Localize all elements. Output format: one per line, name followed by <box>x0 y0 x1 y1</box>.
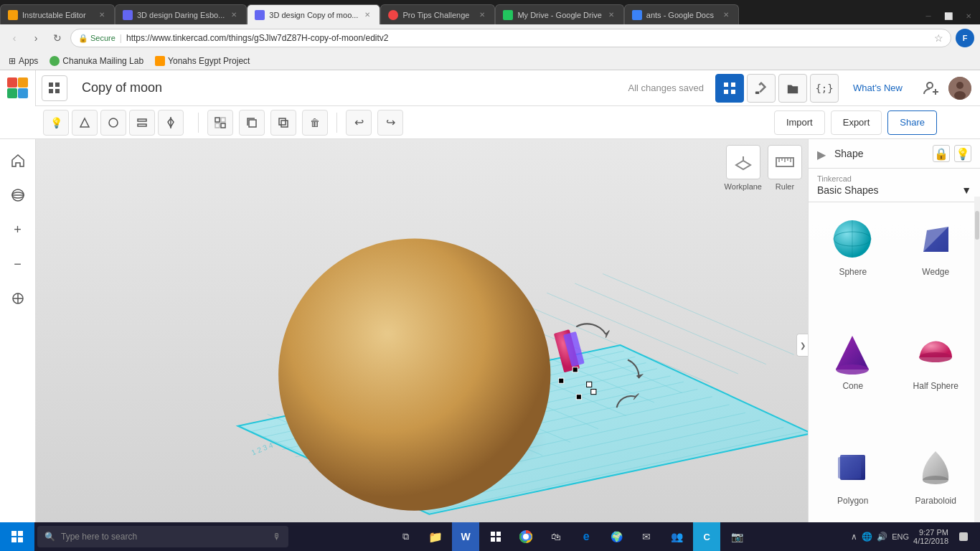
bookmark-star-icon[interactable]: ☆ <box>934 32 943 44</box>
network-icon[interactable]: 🌐 <box>862 532 872 542</box>
refresh-btn[interactable]: ↻ <box>49 29 66 47</box>
shape-item-sphere[interactable]: Sphere <box>814 208 892 316</box>
panel-collapse-btn[interactable]: ❯ <box>796 334 808 357</box>
svg-rect-97 <box>496 537 501 542</box>
align-tool-btn[interactable] <box>129 110 155 136</box>
store-btn[interactable]: 🛍 <box>542 522 570 551</box>
svg-marker-84 <box>836 336 869 369</box>
address-bar[interactable]: 🔒 Secure | https://www.tinkercad.com/thi… <box>70 29 951 47</box>
bookmark-chanuka[interactable]: Chanuka Mailing Lab <box>47 55 146 67</box>
bookmark-yonahs[interactable]: Yonahs Egypt Project <box>152 55 253 67</box>
category-select-dropdown[interactable]: Basic Shapes ▼ <box>817 184 971 196</box>
profile-btn[interactable]: F <box>956 29 974 47</box>
svg-point-13 <box>956 82 963 89</box>
tinkercad-logo[interactable] <box>0 70 36 106</box>
grid-view-btn[interactable] <box>715 74 744 103</box>
file-explorer-btn[interactable]: 📁 <box>422 522 449 551</box>
maps-btn[interactable]: 🌍 <box>603 522 630 551</box>
code-btn[interactable]: {;} <box>810 74 839 103</box>
notification-btn[interactable] <box>953 522 974 551</box>
start-btn[interactable] <box>0 522 34 551</box>
tab-close-icon[interactable]: ✕ <box>362 10 372 20</box>
tab-close-icon[interactable]: ✕ <box>721 10 731 20</box>
round-tool-btn[interactable] <box>100 110 126 136</box>
tab-close-icon[interactable]: ✕ <box>606 10 616 20</box>
voice-input-icon[interactable]: 🎙 <box>273 532 281 542</box>
shape-item-cone[interactable]: Cone <box>814 322 892 430</box>
view-toggle-btn[interactable] <box>42 75 67 101</box>
photos-btn[interactable]: 📷 <box>723 522 750 551</box>
viewport[interactable]: 1 2 3 4 Workplane <box>36 139 980 551</box>
tab-drive[interactable]: My Drive - Google Drive ✕ <box>495 4 623 24</box>
workplane-btn[interactable]: Workplane <box>725 145 762 191</box>
user-avatar[interactable] <box>948 77 971 100</box>
tab-favicon <box>388 10 398 20</box>
zoom-in-btn[interactable]: + <box>5 217 31 242</box>
back-btn[interactable]: ‹ <box>6 29 23 47</box>
chrome-btn[interactable] <box>512 522 540 551</box>
visibility-icon[interactable]: 💡 <box>954 145 971 162</box>
group-btn[interactable] <box>207 110 233 136</box>
taskbar-search[interactable]: 🔍 Type here to search 🎙 <box>37 526 288 547</box>
svg-rect-24 <box>279 118 286 125</box>
expand-tray-icon[interactable]: ∧ <box>851 532 857 542</box>
svg-rect-20 <box>221 123 225 128</box>
mirror-tool-btn[interactable] <box>158 110 184 136</box>
forward-btn[interactable]: › <box>27 29 44 47</box>
share-btn[interactable]: Share <box>887 110 937 135</box>
svg-rect-23 <box>249 120 256 127</box>
svg-rect-21 <box>215 123 220 128</box>
shape-item-wedge[interactable]: Wedge <box>897 208 975 316</box>
ruler-btn[interactable]: Ruler <box>768 145 802 191</box>
svg-rect-69 <box>591 390 596 395</box>
people-btn[interactable]: 👥 <box>663 522 690 551</box>
tinkercad-app: Copy of moon All changes saved <box>0 70 980 551</box>
redo-btn[interactable]: ↪ <box>377 110 403 136</box>
cisco-btn[interactable]: C <box>693 522 720 551</box>
minimize-btn[interactable]: ─ <box>920 7 937 24</box>
apps-grid-btn[interactable] <box>482 522 509 551</box>
home-view-btn[interactable] <box>5 148 31 174</box>
files-btn[interactable] <box>778 74 807 103</box>
tab-close-icon[interactable]: ✕ <box>97 10 107 20</box>
mail-btn[interactable]: ✉ <box>633 522 660 551</box>
left-panel: + − <box>0 139 36 551</box>
shape-scrollbar[interactable]: ▼ <box>974 197 980 551</box>
tab-3d-daring[interactable]: 3D design Daring Esbo... ✕ <box>115 4 247 24</box>
svg-point-89 <box>923 476 948 484</box>
task-view-btn[interactable]: ⧉ <box>392 522 419 551</box>
add-user-icon[interactable] <box>920 77 943 100</box>
whats-new-btn[interactable]: What's New <box>844 75 911 101</box>
maximize-btn[interactable]: ⬜ <box>940 7 957 24</box>
tab-pro-tips[interactable]: Pro Tips Challenge ✕ <box>380 4 495 24</box>
close-window-btn[interactable]: ✕ <box>960 7 977 24</box>
svg-point-9 <box>927 83 933 88</box>
bookmark-apps[interactable]: ⊞ Apps <box>6 55 41 67</box>
duplicate-btn[interactable] <box>270 110 296 136</box>
word-btn[interactable]: W <box>452 522 479 551</box>
lock-icon[interactable]: 🔒 <box>933 145 950 162</box>
edge-btn[interactable]: e <box>573 522 600 551</box>
tab-docs[interactable]: ants - Google Docs ✕ <box>624 4 739 24</box>
shape-item-half-sphere[interactable]: Half Sphere <box>897 322 975 430</box>
shape-panel: ▶ Shape 🔒 💡 Tinkercad Basic Shapes ▼ <box>808 139 980 551</box>
undo-btn[interactable]: ↩ <box>346 110 372 136</box>
light-btn[interactable]: 💡 <box>43 110 69 136</box>
copy-btn[interactable] <box>239 110 265 136</box>
delete-btn[interactable]: 🗑 <box>302 110 328 136</box>
export-btn[interactable]: Export <box>831 110 882 135</box>
rotate-view-btn[interactable] <box>5 182 31 208</box>
shape-panel-toggle-icon[interactable]: ▶ <box>817 148 829 159</box>
zoom-out-btn[interactable]: − <box>5 251 31 277</box>
import-btn[interactable]: Import <box>774 110 825 135</box>
build-btn[interactable] <box>747 74 776 103</box>
shape-preview <box>910 214 961 264</box>
fit-view-btn[interactable] <box>5 286 31 311</box>
shape-tool-btn[interactable] <box>72 110 98 136</box>
volume-icon[interactable]: 🔊 <box>877 532 887 542</box>
tab-close-icon[interactable]: ✕ <box>477 10 487 20</box>
tab-3d-moon[interactable]: 3D design Copy of moo... ✕ <box>247 4 380 24</box>
tab-instructable[interactable]: Instructable Editor ✕ <box>0 4 115 24</box>
shape-name: Cone <box>842 381 863 391</box>
tab-close-icon[interactable]: ✕ <box>229 10 239 20</box>
